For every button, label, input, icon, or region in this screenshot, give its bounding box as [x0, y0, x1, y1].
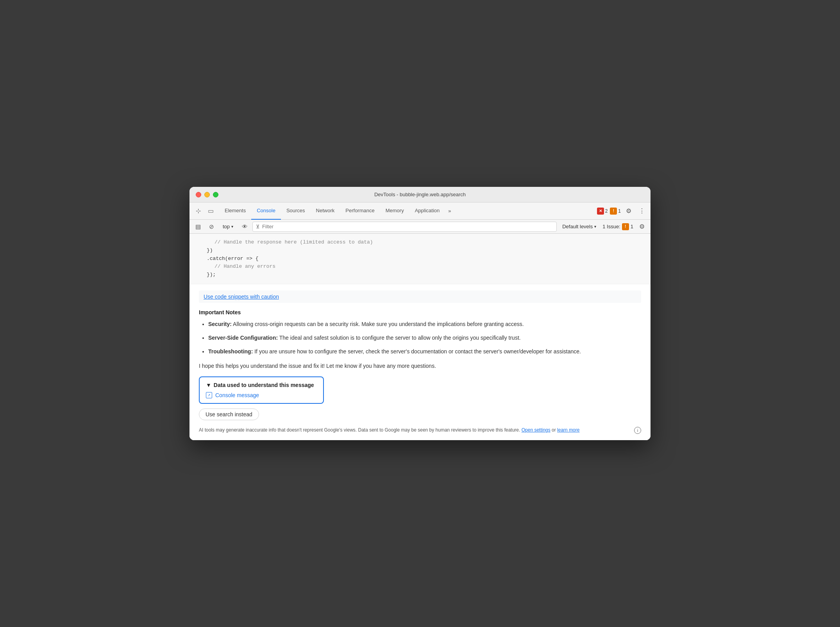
code-line-3: .catch(error => {	[199, 255, 641, 263]
closing-text: I hope this helps you understand the iss…	[199, 362, 641, 370]
issue-badge: 1 Issue: ! 1	[602, 223, 633, 230]
note-term-troubleshoot: Troubleshooting:	[208, 348, 253, 355]
issue-warning-icon: !	[622, 223, 629, 230]
context-dropdown[interactable]: top ▾	[219, 222, 237, 231]
tab-elements[interactable]: Elements	[219, 202, 251, 220]
code-line-5: });	[199, 271, 641, 279]
more-options-icon[interactable]: ⋮	[636, 206, 647, 217]
console-message-link[interactable]: ↗ Console message	[206, 392, 317, 398]
clear-console-icon[interactable]: ⊘	[206, 221, 217, 232]
list-item: Troubleshooting: If you are unsure how t…	[208, 348, 641, 356]
notes-list: Security: Allowing cross-origin requests…	[199, 320, 641, 356]
toolbar-right: Default levels ▾ 1 Issue: ! 1 ⚙	[559, 221, 647, 232]
console-content: // Handle the response here (limited acc…	[189, 234, 651, 440]
chevron-down-icon: ▾	[594, 224, 596, 229]
chevron-down-icon: ▾	[231, 224, 233, 229]
list-item: Security: Allowing cross-origin requests…	[208, 320, 641, 328]
tab-memory[interactable]: Memory	[380, 202, 409, 220]
data-used-box: ▼ Data used to understand this message ↗…	[199, 376, 324, 404]
filter-input-wrap: ⊻	[252, 222, 557, 232]
error-icon: ✕	[597, 208, 604, 215]
tabs: Elements Console Sources Network Perform…	[219, 202, 597, 220]
list-item: Server-Side Configuration: The ideal and…	[208, 334, 641, 342]
footer-disclaimer: AI tools may generate inaccurate info th…	[199, 426, 641, 434]
use-search-section: Use search instead	[199, 408, 641, 426]
filter-icon: ⊻	[256, 224, 260, 229]
close-button[interactable]	[196, 192, 201, 197]
important-notes: Important Notes Security: Allowing cross…	[199, 309, 641, 356]
live-expressions-icon[interactable]: 👁	[239, 221, 250, 232]
settings-icon[interactable]: ⚙	[623, 206, 634, 217]
maximize-button[interactable]	[213, 192, 218, 197]
important-notes-heading: Important Notes	[199, 309, 641, 315]
tab-bar-right: ✕ 2 ! 1 ⚙ ⋮	[597, 206, 647, 217]
window-title: DevTools - bubble-jingle.web.app/search	[374, 192, 466, 197]
sidebar-toggle-icon[interactable]: ▤	[193, 221, 204, 232]
code-line-1: // Handle the response here (limited acc…	[199, 238, 641, 247]
device-toolbar-icon[interactable]: ▭	[205, 206, 216, 217]
title-bar: DevTools - bubble-jingle.web.app/search	[189, 187, 651, 202]
caution-link[interactable]: Use code snippets with caution	[199, 290, 641, 303]
tab-console[interactable]: Console	[251, 202, 281, 220]
more-tabs-button[interactable]: »	[445, 202, 454, 220]
tab-application[interactable]: Application	[409, 202, 445, 220]
tab-bar: ⊹ ▭ Elements Console Sources Network Per…	[189, 202, 651, 220]
tab-performance[interactable]: Performance	[340, 202, 380, 220]
code-line-2: })	[199, 247, 641, 255]
note-term-security: Security:	[208, 321, 232, 327]
info-icon[interactable]: i	[634, 427, 641, 434]
use-search-button[interactable]: Use search instead	[199, 408, 259, 420]
note-text-server: The ideal and safest solution is to conf…	[279, 335, 521, 341]
minimize-button[interactable]	[204, 192, 210, 197]
note-text-security: Allowing cross-origin requests can be a …	[233, 321, 524, 327]
ai-response: Use code snippets with caution Important…	[189, 284, 651, 440]
triangle-down-icon: ▼	[206, 382, 211, 388]
note-text-troubleshoot: If you are unsure how to configure the s…	[254, 348, 581, 355]
inspect-element-icon[interactable]: ⊹	[193, 206, 204, 217]
warning-icon: !	[610, 208, 617, 215]
learn-more-link[interactable]: learn more	[557, 427, 579, 433]
tab-sources[interactable]: Sources	[281, 202, 311, 220]
traffic-lights	[196, 192, 218, 197]
tab-bar-icons: ⊹ ▭	[193, 206, 216, 217]
console-settings-icon[interactable]: ⚙	[636, 221, 647, 232]
console-toolbar: ▤ ⊘ top ▾ 👁 ⊻ Default levels ▾ 1 Issue: …	[189, 220, 651, 234]
footer-text: AI tools may generate inaccurate info th…	[199, 426, 631, 434]
devtools-window: DevTools - bubble-jingle.web.app/search …	[189, 187, 651, 440]
tab-network[interactable]: Network	[311, 202, 340, 220]
open-settings-link[interactable]: Open settings	[522, 427, 550, 433]
code-line-4: // Handle any errors	[199, 263, 641, 271]
external-link-icon: ↗	[206, 392, 212, 398]
warning-count: ! 1	[610, 208, 621, 215]
caution-section: Use code snippets with caution	[199, 290, 641, 309]
code-block: // Handle the response here (limited acc…	[189, 234, 651, 284]
note-term-server: Server-Side Configuration:	[208, 335, 278, 341]
error-count: ✕ 2	[597, 208, 608, 215]
default-levels-dropdown[interactable]: Default levels ▾	[559, 223, 599, 230]
filter-input[interactable]	[262, 224, 553, 229]
data-used-header[interactable]: ▼ Data used to understand this message	[206, 382, 317, 388]
